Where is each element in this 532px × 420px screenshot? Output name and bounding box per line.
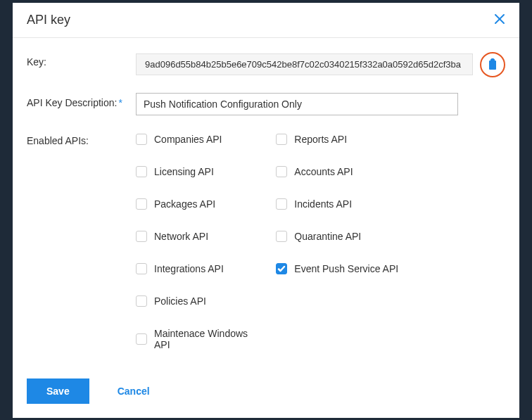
checkbox[interactable] (276, 263, 287, 274)
key-label: Key: (27, 52, 136, 68)
apis-container: Companies APILicensing APIPackages APINe… (136, 131, 403, 350)
description-input[interactable] (136, 93, 458, 115)
apis-value-col: Companies APILicensing APIPackages APINe… (136, 131, 505, 350)
checkbox[interactable] (136, 333, 147, 345)
description-value-col (136, 93, 505, 115)
api-checkbox-row[interactable]: Network API (136, 231, 262, 242)
description-row: API Key Description:* (27, 93, 505, 115)
checkbox[interactable] (276, 198, 287, 210)
svg-rect-2 (489, 61, 496, 70)
checkbox-label: Integrations API (154, 263, 224, 274)
checkbox-label: Event Push Service API (294, 263, 398, 274)
checkbox[interactable] (276, 166, 287, 177)
checkbox[interactable] (276, 134, 287, 145)
key-value-display: 9ad096d55b84b25b5e6e709c542be8f7c02c0340… (136, 53, 473, 75)
api-checkbox-row[interactable]: Maintenace Windows API (136, 328, 262, 350)
modal-body: Key: 9ad096d55b84b25b5e6e709c542be8f7c02… (13, 38, 519, 350)
checkbox[interactable] (136, 231, 147, 242)
checkbox[interactable] (136, 263, 147, 274)
api-checkbox-row[interactable]: Policies API (136, 295, 262, 307)
checkbox[interactable] (136, 134, 147, 145)
enabled-apis-label: Enabled APIs: (27, 131, 136, 146)
api-checkbox-row[interactable]: Quarantine API (276, 231, 402, 242)
modal-header: API key (13, 3, 519, 38)
checkbox-label: Policies API (154, 295, 206, 307)
checkbox-label: Reports API (294, 134, 347, 145)
api-checkbox-row[interactable]: Companies API (136, 134, 262, 145)
save-button[interactable]: Save (27, 378, 89, 404)
key-value-col: 9ad096d55b84b25b5e6e709c542be8f7c02c0340… (136, 52, 505, 77)
modal-title: API key (27, 13, 70, 27)
api-checkbox-row[interactable]: Event Push Service API (276, 263, 402, 274)
checkbox[interactable] (136, 166, 147, 177)
api-checkbox-row[interactable]: Integrations API (136, 263, 262, 274)
svg-rect-4 (491, 58, 495, 61)
checkbox-label: Network API (154, 231, 208, 242)
enabled-apis-row: Enabled APIs: Companies APILicensing API… (27, 131, 505, 350)
modal-footer: Save Cancel (13, 364, 519, 418)
checkbox-label: Quarantine API (294, 231, 361, 242)
description-label: API Key Description:* (27, 93, 136, 108)
api-checkbox-row[interactable]: Packages API (136, 198, 262, 210)
required-marker: * (118, 97, 122, 108)
checkbox-label: Incidents API (294, 198, 352, 210)
clipboard-icon (487, 58, 498, 71)
apis-column-right: Reports APIAccounts APIIncidents APIQuar… (276, 134, 402, 350)
api-key-modal: API key Key: 9ad096d55b84b25b5e6e709c542… (13, 3, 519, 418)
apis-column-left: Companies APILicensing APIPackages APINe… (136, 134, 262, 350)
copy-key-button[interactable] (480, 52, 505, 77)
close-icon (494, 13, 505, 25)
checkbox[interactable] (136, 295, 147, 307)
api-checkbox-row[interactable]: Accounts API (276, 166, 402, 177)
checkbox-label: Accounts API (294, 166, 353, 177)
checkbox[interactable] (136, 198, 147, 210)
close-button[interactable] (494, 13, 505, 27)
checkbox-label: Maintenace Windows API (154, 328, 262, 350)
api-checkbox-row[interactable]: Licensing API (136, 166, 262, 177)
checkbox[interactable] (276, 231, 287, 242)
key-row: Key: 9ad096d55b84b25b5e6e709c542be8f7c02… (27, 52, 505, 77)
api-checkbox-row[interactable]: Incidents API (276, 198, 402, 210)
cancel-button[interactable]: Cancel (103, 378, 164, 404)
api-checkbox-row[interactable]: Reports API (276, 134, 402, 145)
checkbox-label: Companies API (154, 134, 222, 145)
checkbox-label: Packages API (154, 198, 215, 210)
checkbox-label: Licensing API (154, 166, 214, 177)
